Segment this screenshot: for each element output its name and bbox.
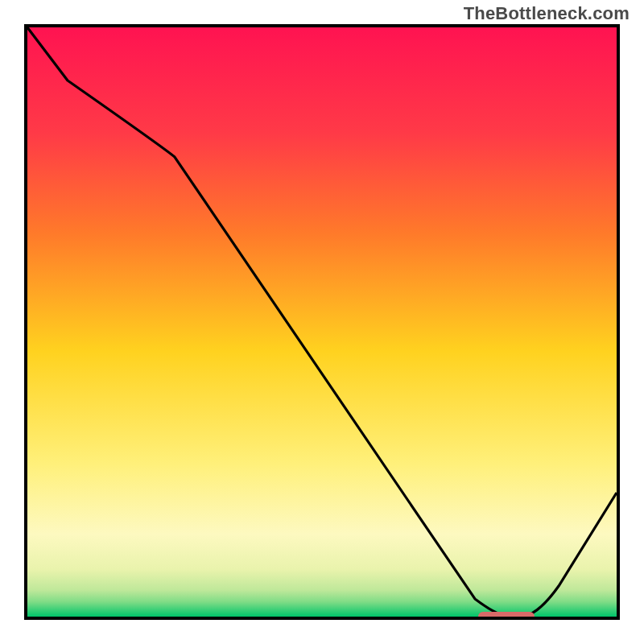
watermark-text: TheBottleneck.com [464, 3, 630, 24]
plot-frame [24, 24, 620, 620]
optimal-range-marker [478, 612, 535, 617]
plot-area [27, 27, 617, 617]
bottleneck-curve [27, 27, 617, 617]
